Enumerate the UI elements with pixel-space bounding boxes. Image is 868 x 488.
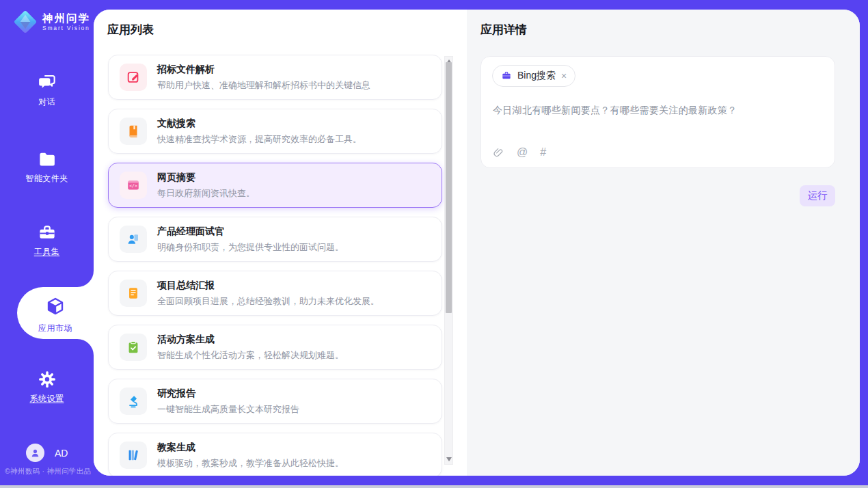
summary-doc-icon: [120, 280, 147, 307]
app-card-desc: 快速精准查找学术资源，提高研究效率的必备工具。: [157, 133, 362, 146]
edit-document-icon: [120, 64, 147, 91]
scrollbar[interactable]: [444, 56, 453, 465]
chat-icon: [37, 72, 57, 93]
app-card-text: 产品经理面试官明确身份和职责，为您提供专业性的面试问题。: [157, 226, 344, 254]
run-button[interactable]: 运行: [800, 185, 835, 206]
interviewer-icon: [120, 226, 147, 253]
book-icon: [120, 118, 147, 145]
briefcase-icon: [501, 70, 512, 81]
app-card-title: 项目总结汇报: [157, 280, 379, 292]
app-card-title: 产品经理面试官: [157, 226, 344, 238]
app-list-panel: 应用列表 招标文件解析帮助用户快速、准确地理解和解析招标书中的关键信息文献搜索快…: [94, 10, 467, 476]
app-card-0[interactable]: 招标文件解析帮助用户快速、准确地理解和解析招标书中的关键信息: [108, 55, 442, 100]
sidebar-item-app-market[interactable]: 应用市场: [17, 287, 94, 339]
app-card-title: 招标文件解析: [157, 64, 370, 76]
app-list-title: 应用列表: [107, 22, 154, 38]
brand-logo: 神州问学 Smart Vision: [12, 9, 90, 35]
app-card-2-selected[interactable]: </>网页摘要每日政府新闻资讯快查。: [108, 163, 442, 208]
app-card-text: 招标文件解析帮助用户快速、准确地理解和解析招标书中的关键信息: [157, 64, 370, 92]
scrollbar-thumb[interactable]: [446, 62, 452, 313]
active-tab-curve-top: [77, 271, 94, 287]
sidebar-item-toolset[interactable]: 工具集: [0, 222, 94, 258]
app-card-desc: 智能生成个性化活动方案，轻松解决规划难题。: [157, 349, 344, 362]
app-detail-panel: 应用详情 Bing搜索 × 今日湖北有哪些新闻要点？有哪些需要关注的最新政策？: [467, 10, 860, 476]
active-tab-curve-bottom: [77, 339, 94, 355]
app-card-4[interactable]: 项目总结汇报全面回顾项目进展，总结经验教训，助力未来优化发展。: [108, 271, 442, 316]
attachment-toolbar: @ #: [493, 146, 546, 159]
copyright-text: ©神州数码 · 神州问学出品: [5, 467, 91, 476]
app-card-desc: 明确身份和职责，为您提供专业性的面试问题。: [157, 241, 344, 254]
microscope-icon: [120, 388, 147, 415]
app-card-text: 项目总结汇报全面回顾项目进展，总结经验教训，助力未来优化发展。: [157, 280, 379, 308]
hash-tag-icon[interactable]: #: [540, 146, 546, 159]
prompt-message[interactable]: 今日湖北有哪些新闻要点？有哪些需要关注的最新政策？: [493, 105, 824, 117]
tool-tag-bing-search[interactable]: Bing搜索 ×: [492, 65, 575, 87]
avatar: [26, 444, 44, 462]
main-content: 应用列表 招标文件解析帮助用户快速、准确地理解和解析招标书中的关键信息文献搜索快…: [94, 10, 860, 476]
app-card-5[interactable]: 活动方案生成智能生成个性化活动方案，轻松解决规划难题。: [108, 325, 442, 370]
app-card-title: 活动方案生成: [157, 334, 344, 346]
app-card-title: 网页摘要: [157, 172, 255, 184]
brand-slogan: Smart Vision: [42, 25, 90, 31]
clipboard-check-icon: [120, 334, 147, 361]
app-card-text: 研究报告一键智能生成高质量长文本研究报告: [157, 388, 299, 416]
app-card-desc: 帮助用户快速、准确地理解和解析招标书中的关键信息: [157, 79, 370, 92]
web-code-icon: </>: [120, 172, 147, 199]
app-card-desc: 每日政府新闻资讯快查。: [157, 187, 255, 200]
prompt-card: Bing搜索 × 今日湖北有哪些新闻要点？有哪些需要关注的最新政策？ @ #: [480, 56, 835, 168]
gear-icon: [37, 369, 57, 390]
sidebar-item-label: 智能文件夹: [0, 173, 94, 185]
app-card-text: 网页摘要每日政府新闻资讯快查。: [157, 172, 255, 200]
toolbox-icon: [37, 222, 57, 243]
app-card-7[interactable]: 教案生成模板驱动，教案秒成，教学准备从此轻松快捷。: [108, 433, 442, 476]
window-bottom-edge: [0, 485, 868, 488]
user-account[interactable]: AD: [26, 444, 68, 462]
svg-text:</>: </>: [129, 183, 137, 189]
app-card-title: 文献搜索: [157, 118, 362, 130]
sidebar-item-chat[interactable]: 对话: [0, 72, 94, 108]
sidebar-item-settings[interactable]: 系统设置: [0, 369, 94, 405]
app-card-text: 教案生成模板驱动，教案秒成，教学准备从此轻松快捷。: [157, 442, 344, 470]
scroll-down-arrow-icon[interactable]: [446, 457, 452, 461]
app-card-desc: 一键智能生成高质量长文本研究报告: [157, 403, 299, 416]
close-icon[interactable]: ×: [561, 71, 567, 81]
app-card-title: 教案生成: [157, 442, 344, 454]
sidebar-item-label: 工具集: [0, 246, 94, 258]
tool-tag-label: Bing搜索: [517, 70, 556, 82]
sidebar-item-smart-folder[interactable]: 智能文件夹: [0, 149, 94, 185]
app-card-title: 研究报告: [157, 388, 299, 400]
app-card-3[interactable]: 产品经理面试官明确身份和职责，为您提供专业性的面试问题。: [108, 217, 442, 262]
cube-icon: [45, 296, 66, 316]
app-card-6[interactable]: 研究报告一键智能生成高质量长文本研究报告: [108, 379, 442, 424]
sidebar-item-label: 应用市场: [17, 323, 94, 334]
app-card-desc: 模板驱动，教案秒成，教学准备从此轻松快捷。: [157, 457, 344, 470]
diamond-logo-icon: [12, 9, 38, 35]
folder-icon: [37, 149, 57, 170]
at-mention-icon[interactable]: @: [517, 146, 528, 159]
app-list: 招标文件解析帮助用户快速、准确地理解和解析招标书中的关键信息文献搜索快速精准查找…: [108, 55, 442, 476]
app-card-1[interactable]: 文献搜索快速精准查找学术资源，提高研究效率的必备工具。: [108, 109, 442, 154]
app-window: 神州问学 Smart Vision 对话 智能文件夹: [0, 0, 868, 488]
sidebar-item-label: 对话: [0, 96, 94, 108]
paperclip-icon[interactable]: [493, 147, 504, 159]
person-icon: [29, 447, 41, 459]
app-card-text: 活动方案生成智能生成个性化活动方案，轻松解决规划难题。: [157, 334, 344, 362]
app-detail-title: 应用详情: [480, 22, 527, 38]
user-initials: AD: [55, 448, 68, 459]
app-card-text: 文献搜索快速精准查找学术资源，提高研究效率的必备工具。: [157, 118, 362, 146]
sidebar-item-label: 系统设置: [0, 393, 94, 405]
brand-name: 神州问学: [42, 12, 90, 24]
sidebar: 神州问学 Smart Vision 对话 智能文件夹: [0, 0, 94, 485]
books-icon: [120, 442, 147, 469]
app-card-desc: 全面回顾项目进展，总结经验教训，助力未来优化发展。: [157, 295, 379, 308]
